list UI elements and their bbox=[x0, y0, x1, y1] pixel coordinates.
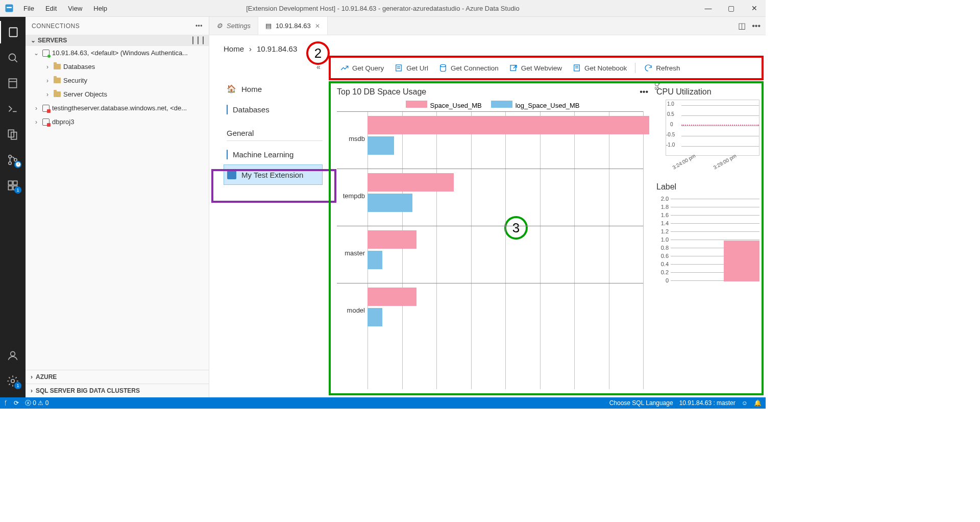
db-space-widget: Top 10 DB Space Usage ••• Space_Used_MB … bbox=[331, 83, 654, 393]
menu-view[interactable]: View bbox=[63, 3, 87, 14]
activity-terminal[interactable] bbox=[0, 98, 26, 120]
chart-bar bbox=[368, 116, 649, 134]
tree-databases[interactable]: ›Databases bbox=[26, 60, 209, 74]
nav-databases[interactable]: Databases bbox=[224, 99, 323, 120]
window-title: [Extension Development Host] - 10.91.84.… bbox=[246, 5, 519, 12]
tree-server-2[interactable]: ›testingtheserver.database.windows.net, … bbox=[26, 101, 209, 115]
widget3-title: Label bbox=[656, 182, 676, 192]
svg-point-18 bbox=[11, 379, 15, 383]
nav-home[interactable]: 🏠Home bbox=[224, 79, 323, 99]
chart-ylabel: model bbox=[337, 306, 365, 314]
chart-ylabel: msdb bbox=[337, 135, 365, 143]
extension-toolbar: « Get Query Get Url Get Connection Get W… bbox=[329, 56, 764, 80]
chevron-right-icon: › bbox=[249, 44, 252, 53]
cpu-axis-label: SQL Server Process CPU Utiliza bbox=[654, 83, 660, 90]
legend-swatch-blue bbox=[491, 101, 512, 108]
svg-point-22 bbox=[440, 64, 446, 67]
status-branch[interactable]: ᚶ bbox=[4, 399, 8, 407]
widget2-title: CPU Utilization bbox=[656, 87, 712, 97]
refresh-button[interactable]: Refresh bbox=[640, 61, 684, 75]
activity-source-control[interactable]: 🕐 bbox=[0, 149, 26, 171]
breadcrumb-home[interactable]: Home bbox=[224, 44, 244, 53]
clock-badge-icon: 🕐 bbox=[14, 161, 21, 168]
maximize-button[interactable]: ▢ bbox=[720, 0, 743, 17]
status-connection[interactable]: 10.91.84.63 : master bbox=[679, 399, 736, 407]
status-sync-icon[interactable]: ⟳ bbox=[14, 399, 19, 407]
svg-rect-13 bbox=[8, 181, 12, 185]
svg-rect-2 bbox=[9, 28, 17, 36]
activity-settings[interactable]: 1 bbox=[0, 370, 26, 392]
activity-explorer[interactable] bbox=[0, 123, 26, 146]
minimize-button[interactable]: — bbox=[697, 0, 720, 17]
azure-section[interactable]: ›AZURE bbox=[26, 370, 209, 384]
svg-point-17 bbox=[11, 351, 15, 356]
activity-notebooks[interactable] bbox=[0, 72, 26, 94]
chart-ylabel: master bbox=[337, 249, 365, 257]
status-language[interactable]: Choose SQL Language bbox=[609, 399, 673, 407]
editor-more-icon[interactable]: ••• bbox=[752, 21, 761, 31]
database-icon bbox=[227, 105, 228, 114]
activity-bar: 🕐 1 1 bbox=[0, 17, 26, 397]
tree-security[interactable]: ›Security bbox=[26, 74, 209, 87]
widget1-title: Top 10 DB Space Usage bbox=[337, 87, 426, 97]
tab-settings[interactable]: ⚙Settings bbox=[209, 17, 258, 35]
annotation-2: 2 bbox=[306, 41, 330, 65]
activity-account[interactable] bbox=[0, 344, 26, 367]
cpu-chart: SQL Server Process CPU Utiliza 1.0 0.5 0… bbox=[666, 100, 760, 156]
chart-row-model: model bbox=[337, 283, 643, 339]
activity-search[interactable] bbox=[0, 46, 26, 69]
status-bar: ᚶ ⟳ ⓧ 0 ⚠ 0 Choose SQL Language 10.91.84… bbox=[0, 397, 766, 409]
activity-connections[interactable] bbox=[0, 21, 26, 43]
menu-file[interactable]: File bbox=[18, 3, 39, 14]
chart-row-msdb: msdb bbox=[337, 111, 643, 168]
get-query-button[interactable]: Get Query bbox=[336, 61, 388, 75]
legend-swatch-pink bbox=[406, 101, 427, 108]
chart-bar bbox=[368, 288, 416, 306]
activity-extensions[interactable]: 1 bbox=[0, 174, 26, 197]
tree-server-3[interactable]: ›dbproj3 bbox=[26, 115, 209, 129]
sidebar-more-icon[interactable]: ••• bbox=[195, 22, 203, 30]
svg-line-4 bbox=[14, 59, 17, 62]
widget1-more-icon[interactable]: ••• bbox=[640, 87, 648, 97]
server-toolbar bbox=[192, 37, 204, 44]
nav-general-group: General bbox=[227, 129, 323, 137]
bigdata-section[interactable]: ›SQL SERVER BIG DATA CLUSTERS bbox=[26, 384, 209, 397]
connections-sidebar: CONNECTIONS ••• ⌄SERVERS ⌄10.91.84.63, <… bbox=[26, 17, 209, 397]
status-problems[interactable]: ⓧ 0 ⚠ 0 bbox=[25, 399, 48, 408]
tab-server-dashboard[interactable]: ▤10.91.84.63✕ bbox=[258, 17, 328, 35]
dashboard-main: 2 « Get Query Get Url Get Connection Get… bbox=[327, 35, 766, 397]
editor-area: ⚙Settings ▤10.91.84.63✕ ◫ ••• Home › 10.… bbox=[209, 17, 766, 397]
chart-bar bbox=[368, 230, 416, 249]
get-url-button[interactable]: Get Url bbox=[390, 61, 432, 75]
nav-machine-learning[interactable]: Machine Learning bbox=[224, 144, 323, 164]
close-button[interactable]: ✕ bbox=[743, 0, 766, 17]
server-collapse-icon[interactable] bbox=[203, 37, 204, 44]
label-bar bbox=[724, 241, 760, 281]
chart-bar bbox=[368, 194, 412, 212]
svg-rect-19 bbox=[396, 65, 402, 71]
svg-point-11 bbox=[9, 162, 11, 164]
split-editor-icon[interactable]: ◫ bbox=[738, 21, 746, 31]
tree-server-objects[interactable]: ›Server Objects bbox=[26, 87, 209, 101]
servers-tree: ⌄10.91.84.63, <default> (Windows Authent… bbox=[26, 46, 209, 370]
cpu-widget: CPU Utilization SQL Server Process CPU U… bbox=[656, 87, 760, 156]
close-tab-icon[interactable]: ✕ bbox=[315, 22, 320, 30]
svg-rect-16 bbox=[13, 181, 17, 185]
widgets-container: 3 Top 10 DB Space Usage ••• Space_Used_M… bbox=[329, 81, 764, 395]
get-webview-button[interactable]: Get Webview bbox=[505, 61, 566, 75]
status-feedback-icon[interactable]: ☺ bbox=[742, 399, 748, 407]
servers-section-label[interactable]: SERVERS bbox=[38, 37, 67, 44]
get-connection-button[interactable]: Get Connection bbox=[434, 61, 503, 75]
new-group-icon[interactable] bbox=[198, 37, 199, 44]
menu-edit[interactable]: Edit bbox=[40, 3, 62, 14]
get-notebook-button[interactable]: Get Notebook bbox=[568, 61, 631, 75]
tree-server-1[interactable]: ⌄10.91.84.63, <default> (Windows Authent… bbox=[26, 46, 209, 60]
new-connection-icon[interactable] bbox=[192, 37, 193, 44]
settings-icon: ⚙ bbox=[216, 22, 223, 30]
editor-tabs: ⚙Settings ▤10.91.84.63✕ ◫ ••• bbox=[209, 17, 766, 35]
chart-legend: Space_Used_MB log_Space_Used_MB bbox=[337, 101, 648, 109]
menu-help[interactable]: Help bbox=[88, 3, 112, 14]
chart-bar bbox=[368, 173, 454, 192]
title-bar: File Edit View Help [Extension Developme… bbox=[0, 0, 766, 17]
status-bell-icon[interactable]: 🔔 bbox=[754, 399, 762, 407]
